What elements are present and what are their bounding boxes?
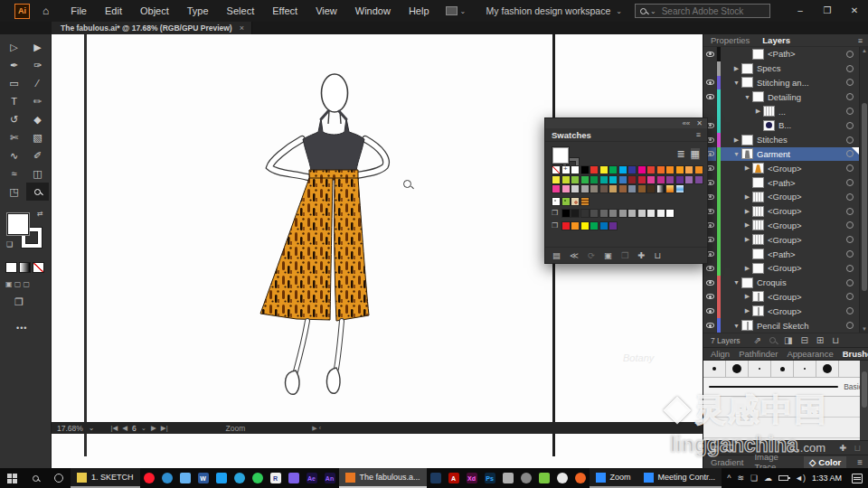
layer-row-group[interactable]: ▶<Group> <box>703 290 868 305</box>
expand-right-icon[interactable]: ▶ <box>731 136 741 144</box>
eye-icon[interactable] <box>706 52 714 57</box>
phone-icon[interactable]: ❏ <box>750 474 758 483</box>
expand-right-icon[interactable]: ▶ <box>731 65 741 72</box>
target-circle-icon[interactable] <box>846 93 854 100</box>
swatch[interactable] <box>618 165 627 174</box>
layer-row-group[interactable]: ▶<Group> <box>703 232 868 247</box>
swatch[interactable] <box>599 184 609 193</box>
eye-icon[interactable] <box>706 294 714 299</box>
layer-row-detailing[interactable]: ▼Detailing <box>703 89 868 104</box>
swatch[interactable] <box>637 184 646 193</box>
swatch[interactable] <box>599 221 609 230</box>
taskbar-icon-photoshop[interactable]: Ps <box>481 468 499 488</box>
layer-thumbnail[interactable] <box>752 234 764 245</box>
width-tool-icon[interactable]: ≈ <box>3 164 25 183</box>
menu-window[interactable]: Window <box>346 0 400 22</box>
target-circle-icon[interactable] <box>846 221 854 229</box>
brushes-scrollbar[interactable] <box>860 361 868 440</box>
layer-thumbnail[interactable] <box>752 206 764 217</box>
layer-row-group[interactable]: ▶<Group> <box>703 204 868 219</box>
swatch[interactable] <box>599 165 609 174</box>
search-input[interactable] <box>660 5 765 17</box>
swatch[interactable] <box>675 175 684 184</box>
swatch[interactable] <box>656 175 665 184</box>
swatch[interactable] <box>618 209 627 218</box>
new-layer-icon[interactable]: ⊞ <box>816 335 824 345</box>
eye-icon[interactable] <box>706 308 714 314</box>
visibility-cell[interactable] <box>703 104 717 118</box>
pattern-swatch[interactable] <box>552 197 561 206</box>
taskbar-icon-telegram[interactable] <box>231 468 249 488</box>
swatch[interactable] <box>665 175 675 184</box>
layer-thumbnail[interactable] <box>752 263 764 274</box>
taskbar-button-zoom[interactable]: Zoom <box>590 468 637 488</box>
battery-icon[interactable] <box>778 475 788 481</box>
pencil-tool-icon[interactable]: ✏ <box>26 92 49 110</box>
pen-tool-icon[interactable]: ✒ <box>3 56 25 74</box>
locate-object-icon[interactable] <box>769 335 776 345</box>
artboard-dropdown-icon[interactable]: ⌄ <box>141 424 146 432</box>
swatch[interactable] <box>665 184 675 193</box>
swatch[interactable] <box>618 175 627 184</box>
swatch[interactable] <box>590 221 599 230</box>
taskbar-icon-chrome[interactable] <box>553 468 571 488</box>
target-circle-icon[interactable] <box>846 193 854 201</box>
swap-fill-stroke-icon[interactable]: ⇄ <box>37 210 43 218</box>
taskbar-icon-file-explorer[interactable] <box>176 468 194 488</box>
zoom-level-field[interactable]: 17.68% <box>57 424 83 433</box>
swatch[interactable] <box>627 184 637 193</box>
delete-brush-icon[interactable]: ⊔ <box>854 443 861 453</box>
layer-row-croquis[interactable]: ▼Croquis <box>703 276 868 290</box>
layer-thumbnail[interactable] <box>752 249 764 259</box>
swatch[interactable] <box>580 175 590 184</box>
eraser-tool-icon[interactable]: ◆ <box>26 110 49 128</box>
layer-thumbnail[interactable] <box>752 91 764 102</box>
eyedropper-tool-icon[interactable]: ✐ <box>26 146 49 164</box>
minimize-button[interactable]: – <box>787 0 814 22</box>
toolbar-overflow-button[interactable]: ••• <box>16 324 27 333</box>
layer-thumbnail[interactable] <box>752 291 764 302</box>
visibility-cell[interactable] <box>703 61 717 76</box>
target-circle-icon[interactable] <box>846 236 854 243</box>
fill-proxy[interactable] <box>552 147 569 164</box>
curvature-pen-tool-icon[interactable]: ∿ <box>3 146 25 164</box>
brush-item[interactable] <box>703 397 868 418</box>
layer-row-garment[interactable]: ▼Garment <box>703 147 868 162</box>
drawing-mode-buttons[interactable]: ▣ ▢ ▢ <box>5 280 30 288</box>
swatch[interactable] <box>590 184 599 193</box>
paintbrush-tool-icon[interactable]: ⁄ <box>26 74 49 92</box>
new-sublayer-icon[interactable]: ⊟ <box>800 335 807 345</box>
wifi-icon[interactable]: ≋ <box>737 474 744 483</box>
fill-color-well[interactable] <box>7 213 29 235</box>
expand-right-icon[interactable]: ▶ <box>742 221 752 229</box>
target-circle-icon[interactable] <box>846 65 854 72</box>
swatch[interactable] <box>590 209 599 218</box>
collect-for-export-icon[interactable]: ⇗ <box>754 335 761 345</box>
expand-right-icon[interactable]: ▶ <box>742 193 752 201</box>
gradient-button[interactable] <box>19 262 31 273</box>
eye-icon[interactable] <box>706 80 714 85</box>
taskbar-icon-word[interactable]: W <box>194 468 212 488</box>
swatch[interactable] <box>580 165 590 174</box>
swatch[interactable] <box>590 175 599 184</box>
swatch[interactable] <box>646 209 656 218</box>
taskbar-icon-xd[interactable]: Xd <box>463 468 481 488</box>
taskbar-icon-code[interactable] <box>427 468 445 488</box>
swatch[interactable] <box>637 165 646 174</box>
swatch[interactable] <box>656 209 665 218</box>
hidden-icons-chevron[interactable]: ^ <box>727 474 731 483</box>
direct-selection-tool-icon[interactable]: ▷ <box>3 38 25 56</box>
target-circle-icon[interactable] <box>846 322 854 329</box>
selection-tool-icon[interactable]: ▶ <box>26 38 49 56</box>
layer-thumbnail[interactable] <box>752 305 764 316</box>
brush-item[interactable] <box>703 418 868 438</box>
pattern-swatch[interactable] <box>571 197 580 206</box>
calligraphic-brush[interactable] <box>816 361 839 377</box>
menu-type[interactable]: Type <box>178 0 218 22</box>
layer-thumbnail[interactable] <box>752 220 764 230</box>
artboard-tool-icon[interactable]: ◳ <box>3 183 25 201</box>
tab-gradient[interactable]: Gradient <box>711 457 743 467</box>
color-group-folder-icon[interactable]: ❒ <box>552 221 561 230</box>
layer-row-path[interactable]: <Path> <box>703 47 868 61</box>
next-artboard-icon[interactable]: ▶ <box>151 424 156 432</box>
